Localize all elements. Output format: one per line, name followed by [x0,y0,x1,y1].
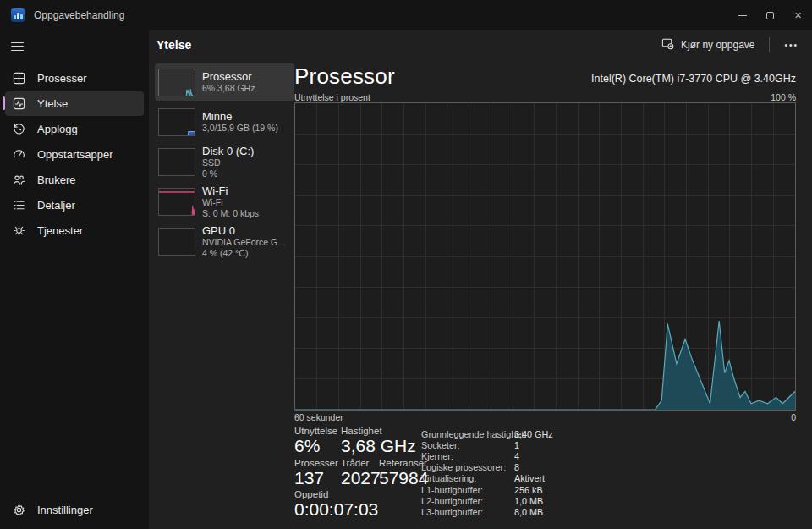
spec-label: Logiske prosessorer: [421,462,514,472]
wifi-mini-chart [158,188,195,216]
new-task-icon [661,37,674,52]
task-manager-window: Oppgavebehandling ✕ Prosesser Ytelse [0,0,812,529]
cpu-mini-chart [158,69,195,96]
spec-label: L2-hurtigbuffer: [421,496,514,506]
details-icon [12,199,25,212]
hamburger-menu-button[interactable] [11,39,28,54]
sidebar-item-brukere[interactable]: Brukere [5,168,144,192]
spec-label: L3-hurtigbuffer: [421,507,514,517]
gpu-mini-chart [158,228,195,256]
sidebar-item-label: Detaljer [37,199,75,212]
sidebar-item-detaljer[interactable]: Detaljer [5,193,144,218]
device-detail: NVIDIA GeForce G... [202,237,285,248]
app-title: Oppgavebehandling [34,9,124,21]
sidebar: Prosesser Ytelse Applogg Oppstartsapper [0,30,149,529]
services-icon [12,224,25,238]
more-options-button[interactable]: ••• [777,37,805,53]
minimize-button[interactable] [728,0,756,30]
spec-value: 4 [514,451,519,461]
device-name: Disk 0 (C:) [202,145,254,157]
sidebar-item-oppstartsapper[interactable]: Oppstartsapper [5,142,144,167]
sidebar-item-ytelse[interactable]: Ytelse [5,91,144,116]
device-row-gpu[interactable]: GPU 0 NVIDIA GeForce G... 4 % (42 °C) [155,223,294,260]
run-new-task-button[interactable]: Kjør ny oppgave [655,33,761,57]
minimize-icon [738,15,747,16]
run-new-task-label: Kjør ny oppgave [681,39,754,51]
spec-label: Socketer: [421,440,514,450]
selected-accent-bar [3,96,5,110]
stat-label: Oppetid [294,489,328,499]
chart-x-right-label: 0 [791,412,796,422]
spec-value: 3,40 GHz [514,429,553,439]
device-row-minne[interactable]: Minne 3,0/15,9 GB (19 %) [155,103,294,141]
spec-value: 8,0 MB [514,507,543,517]
sidebar-item-label: Ytelse [37,97,68,110]
device-row-wifi[interactable]: Wi-Fi Wi-Fi S: 0 M: 0 kbps [155,183,294,220]
sidebar-item-tjenester[interactable]: Tjenester [5,218,144,243]
spec-label: Kjerner: [421,451,514,461]
device-detail: 4 % (42 °C) [202,248,285,259]
spec-label: Grunnleggende hastighet: [421,429,514,439]
app-icon [11,8,25,22]
spec-value: 1,0 MB [514,496,543,506]
close-button[interactable]: ✕ [784,0,812,30]
startup-icon [12,148,25,162]
chart-x-axis-label: 60 sekunder [294,412,343,422]
sidebar-item-innstillinger[interactable]: Innstillinger [5,498,144,522]
sidebar-item-label: Applogg [37,123,78,135]
stat-label: Utnyttelse [294,426,337,436]
cpu-utilization-chart [294,102,796,411]
device-detail: 6% 3,68 GHz [202,83,255,94]
spec-label: Virtualisering: [421,473,514,483]
stat-label: Hastighet [341,426,382,436]
device-name: Prosessor [202,70,255,83]
disk-mini-chart [158,148,195,176]
maximize-button[interactable] [756,0,784,30]
header-divider [769,37,770,52]
cpu-detail-pane: Prosessor Intel(R) Core(TM) i7-3770 CPU … [294,63,796,526]
spec-label: L1-hurtigbuffer: [421,485,514,495]
spec-value: 256 kB [514,485,543,495]
sidebar-item-label: Innstillinger [37,504,93,516]
content-header: Ytelse Kjør ny oppgave ••• [149,30,812,59]
users-icon [12,174,25,187]
device-name: Minne [202,110,278,123]
device-detail: SSD [202,157,254,168]
detail-title: Prosessor [294,63,395,90]
spec-value: 8 [514,462,519,472]
stat-label: Tråder [341,458,369,468]
performance-icon [12,97,25,111]
sidebar-item-label: Oppstartsapper [37,148,113,161]
device-detail: S: 0 M: 0 kbps [202,208,259,219]
device-row-prosessor[interactable]: Prosessor 6% 3,68 GHz [155,63,294,101]
settings-gear-icon [12,504,25,517]
stat-value-utilization: 6% [294,436,320,456]
cpu-model-name: Intel(R) Core(TM) i7-3770 CPU @ 3.40GHz [591,73,796,85]
device-row-disk[interactable]: Disk 0 (C:) SSD 0 % [155,143,294,180]
app-history-icon [12,123,25,136]
device-detail: 3,0/15,9 GB (19 %) [202,123,278,134]
sidebar-item-applogg[interactable]: Applogg [5,117,144,141]
page-title: Ytelse [156,38,191,52]
chart-y-axis-label: Utnyttelse i prosent [294,92,370,102]
spec-value: 1 [514,440,519,450]
cpu-stats: Utnyttelse 6% Hastighet 3,68 GHz Prosess… [294,425,796,525]
processes-icon [12,72,25,85]
sidebar-item-prosesser[interactable]: Prosesser [5,66,144,91]
stat-label: Prosesser [294,458,338,468]
device-detail: Wi-Fi [202,197,259,208]
stat-label: Referanser [379,458,427,468]
cpu-chart-canvas [295,103,795,410]
sidebar-item-label: Prosesser [37,72,87,85]
device-list: Prosessor 6% 3,68 GHz Minne 3,0/15,9 GB … [155,63,294,262]
memory-mini-chart [158,108,195,136]
maximize-icon [766,12,774,19]
content-pane: Ytelse Kjør ny oppgave ••• Prosessor 6% … [149,30,812,529]
sidebar-item-label: Tjenester [37,224,83,237]
stat-value-uptime: 0:00:07:03 [294,499,378,520]
spec-value: Aktivert [514,473,545,483]
device-name: Wi-Fi [202,185,259,197]
cpu-specs: Grunnleggende hastighet:3,40 GHz Sockete… [421,428,553,518]
close-icon: ✕ [794,10,802,21]
stat-value-threads: 2027 [341,468,381,488]
